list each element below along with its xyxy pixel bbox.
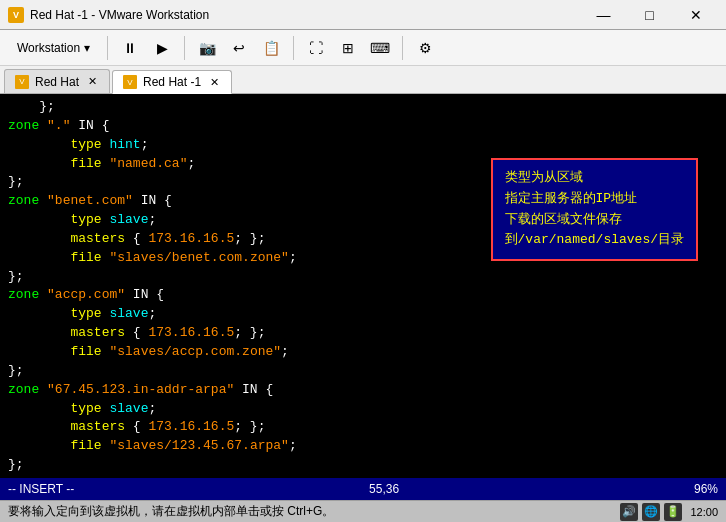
clock: 12:00 (690, 506, 718, 518)
scroll-percent: 96% (694, 482, 718, 496)
tab-redhat[interactable]: V Red Hat ✕ (4, 69, 110, 93)
tab-label-1: Red Hat (35, 75, 79, 89)
fullscreen-button[interactable]: ⛶ (302, 34, 330, 62)
settings-button[interactable]: ⚙ (411, 34, 439, 62)
code-line-16: file "slaves/accp.com.zone"; (8, 343, 718, 362)
tray-icon-2[interactable]: 🌐 (642, 503, 660, 521)
tooltip-line-1: 类型为从区域 (505, 168, 684, 189)
manage-snapshots-button[interactable]: 📋 (257, 34, 285, 62)
window-controls: — □ ✕ (581, 0, 718, 29)
toolbar-sep-1 (107, 36, 108, 60)
workstation-menu-button[interactable]: Workstation ▾ (8, 34, 99, 62)
tray-icon-1[interactable]: 🔊 (620, 503, 638, 521)
code-line-15: masters { 173.16.16.5; }; (8, 324, 718, 343)
toolbar-sep-3 (293, 36, 294, 60)
workstation-label: Workstation (17, 41, 80, 55)
toolbar-sep-2 (184, 36, 185, 60)
vim-mode: -- INSERT -- (8, 482, 74, 496)
code-line-21: masters { 173.16.16.5; }; (8, 418, 718, 437)
cursor-position: 55,36 (369, 482, 399, 496)
snapshot-button[interactable]: 📷 (193, 34, 221, 62)
tab-icon-1: V (15, 75, 29, 89)
tab-bar: V Red Hat ✕ V Red Hat -1 ✕ (0, 66, 726, 94)
code-line-13: zone "accp.com" IN { (8, 286, 718, 305)
code-editor[interactable]: }; zone "." IN { type hint; file "named.… (0, 94, 726, 478)
unity-button[interactable]: ⊞ (334, 34, 362, 62)
toolbar-sep-4 (402, 36, 403, 60)
code-line-23: }; (8, 456, 718, 475)
toolbar: Workstation ▾ ⏸ ▶ 📷 ↩ 📋 ⛶ ⊞ ⌨ ⚙ (0, 30, 726, 66)
pause-button[interactable]: ⏸ (116, 34, 144, 62)
tooltip-line-3: 下载的区域文件保存 (505, 210, 684, 231)
code-line-17: }; (8, 362, 718, 381)
window-title: Red Hat -1 - VMware Workstation (30, 8, 209, 22)
title-bar: V Red Hat -1 - VMware Workstation — □ ✕ (0, 0, 726, 30)
code-line-19: zone "67.45.123.in-addr-arpa" IN { (8, 381, 718, 400)
tray-icon-3[interactable]: 🔋 (664, 503, 682, 521)
annotation-tooltip: 类型为从区域 指定主服务器的IP地址 下载的区域文件保存 到/var/named… (491, 158, 698, 261)
tab-close-2[interactable]: ✕ (207, 75, 221, 89)
status-bar: 要将输入定向到该虚拟机，请在虚拟机内部单击或按 Ctrl+G。 🔊 🌐 🔋 12… (0, 500, 726, 522)
tab-icon-2: V (123, 75, 137, 89)
editor-content: }; zone "." IN { type hint; file "named.… (8, 98, 718, 478)
code-line-20: type slave; (8, 400, 718, 419)
hint-text: 要将输入定向到该虚拟机，请在虚拟机内部单击或按 Ctrl+G。 (8, 503, 334, 520)
restore-snapshot-button[interactable]: ↩ (225, 34, 253, 62)
tab-close-1[interactable]: ✕ (85, 75, 99, 89)
system-tray: 🔊 🌐 🔋 12:00 (620, 503, 718, 521)
send-ctrlaltdel-button[interactable]: ⌨ (366, 34, 394, 62)
workstation-dropdown-arrow: ▾ (84, 41, 90, 55)
code-line-1: }; (8, 98, 718, 117)
code-line-11: }; (8, 268, 718, 287)
code-line-4: type hint; (8, 136, 718, 155)
code-line-14: type slave; (8, 305, 718, 324)
minimize-button[interactable]: — (581, 0, 626, 29)
tooltip-line-4: 到/var/named/slaves/目录 (505, 230, 684, 251)
tab-label-2: Red Hat -1 (143, 75, 201, 89)
tab-redhat-1[interactable]: V Red Hat -1 ✕ (112, 70, 232, 94)
code-line-25: include "/etc/named.rfc1912.zones";_ (8, 475, 718, 478)
maximize-button[interactable]: □ (627, 0, 672, 29)
code-line-3: zone "." IN { (8, 117, 718, 136)
code-line-22: file "slaves/123.45.67.arpa"; (8, 437, 718, 456)
resume-button[interactable]: ▶ (148, 34, 176, 62)
vim-info-bar: -- INSERT -- 55,36 96% (0, 478, 726, 500)
tooltip-line-2: 指定主服务器的IP地址 (505, 189, 684, 210)
app-icon: V (8, 7, 24, 23)
close-button[interactable]: ✕ (673, 0, 718, 29)
